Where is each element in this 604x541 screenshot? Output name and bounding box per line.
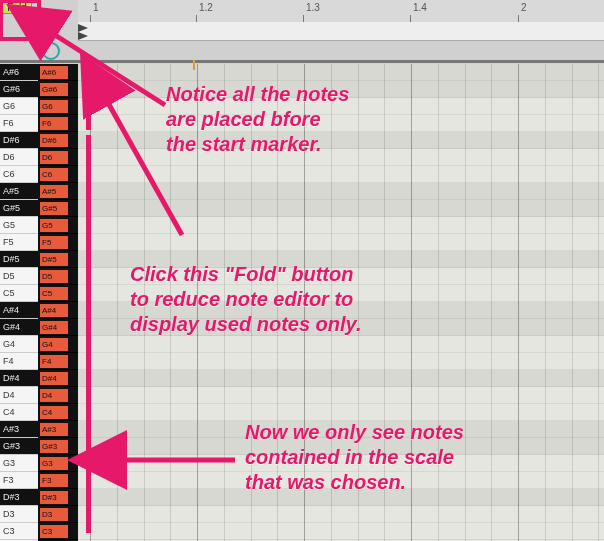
piano-key[interactable]: F4 xyxy=(0,353,38,370)
grid-row[interactable] xyxy=(78,81,604,98)
note-clip[interactable]: G#3 xyxy=(38,438,78,455)
note-clip[interactable]: D#6 xyxy=(38,132,78,149)
locator-row[interactable] xyxy=(78,22,604,41)
grid-row[interactable] xyxy=(78,149,604,166)
grid-row[interactable] xyxy=(78,115,604,132)
grid-row[interactable] xyxy=(78,506,604,523)
piano-key[interactable]: D#3 xyxy=(0,489,38,506)
note-clip[interactable]: G#5 xyxy=(38,200,78,217)
start-marker-icon[interactable] xyxy=(78,24,88,32)
note-clip[interactable]: G5 xyxy=(38,217,78,234)
midi-grid[interactable] xyxy=(78,64,604,541)
note-clip[interactable]: D6 xyxy=(38,149,78,166)
piano-key[interactable]: D4 xyxy=(0,387,38,404)
piano-key[interactable]: G5 xyxy=(0,217,38,234)
note-clip[interactable]: D3 xyxy=(38,506,78,523)
note-clip[interactable]: F3 xyxy=(38,472,78,489)
grid-row[interactable] xyxy=(78,183,604,200)
grid-row[interactable] xyxy=(78,251,604,268)
note-clip-label: D#3 xyxy=(40,491,68,504)
grid-row[interactable] xyxy=(78,387,604,404)
end-marker-icon[interactable] xyxy=(78,32,88,40)
note-clip[interactable]: G6 xyxy=(38,98,78,115)
grid-row[interactable] xyxy=(78,302,604,319)
note-clip-label: A#6 xyxy=(40,66,68,79)
grid-row[interactable] xyxy=(78,319,604,336)
grid-row[interactable] xyxy=(78,132,604,149)
grid-row[interactable] xyxy=(78,404,604,421)
note-clip[interactable]: C4 xyxy=(38,404,78,421)
grid-row[interactable] xyxy=(78,455,604,472)
note-clip[interactable]: D#4 xyxy=(38,370,78,387)
grid-row[interactable] xyxy=(78,523,604,540)
piano-key[interactable]: G6 xyxy=(0,98,38,115)
piano-key-column[interactable]: A#6G#6G6F6D#6D6C6A#5G#5G5F5D#5D5C5A#4G#4… xyxy=(0,64,38,541)
piano-key[interactable]: G#4 xyxy=(0,319,38,336)
piano-key[interactable]: D#6 xyxy=(0,132,38,149)
note-clip[interactable]: C3 xyxy=(38,523,78,540)
piano-key[interactable]: D5 xyxy=(0,268,38,285)
grid-row[interactable] xyxy=(78,98,604,115)
piano-key[interactable]: G4 xyxy=(0,336,38,353)
grid-row[interactable] xyxy=(78,353,604,370)
grid-row[interactable] xyxy=(78,217,604,234)
grid-row[interactable] xyxy=(78,421,604,438)
piano-key[interactable]: D#4 xyxy=(0,370,38,387)
note-clip[interactable]: A#3 xyxy=(38,421,78,438)
note-clip-label: D#6 xyxy=(40,134,68,147)
grid-row[interactable] xyxy=(78,234,604,251)
piano-key[interactable]: C3 xyxy=(0,523,38,540)
piano-key[interactable]: D#5 xyxy=(0,251,38,268)
grid-row[interactable] xyxy=(78,285,604,302)
note-clip[interactable]: G4 xyxy=(38,336,78,353)
grid-line xyxy=(90,64,91,541)
note-clip-label: G5 xyxy=(40,219,68,232)
timeline-ruler[interactable]: 1 1.2 1.3 1.4 2 xyxy=(78,0,604,23)
note-clip[interactable]: A#5 xyxy=(38,183,78,200)
note-clip[interactable]: A#6 xyxy=(38,64,78,81)
note-clip[interactable]: G#6 xyxy=(38,81,78,98)
note-clip[interactable]: D5 xyxy=(38,268,78,285)
note-clip[interactable]: C6 xyxy=(38,166,78,183)
fold-button[interactable]: Fold xyxy=(2,0,32,14)
piano-key[interactable]: C6 xyxy=(0,166,38,183)
grid-row[interactable] xyxy=(78,336,604,353)
piano-key[interactable]: A#6 xyxy=(0,64,38,81)
piano-key[interactable]: F3 xyxy=(0,472,38,489)
note-clip[interactable]: C5 xyxy=(38,285,78,302)
grid-row[interactable] xyxy=(78,64,604,81)
piano-key[interactable]: G#5 xyxy=(0,200,38,217)
note-clip-label: A#3 xyxy=(40,423,68,436)
note-clip[interactable]: D4 xyxy=(38,387,78,404)
piano-key[interactable]: A#3 xyxy=(0,421,38,438)
note-clip-label: D5 xyxy=(40,270,68,283)
piano-key[interactable]: G#6 xyxy=(0,81,38,98)
note-clip[interactable]: A#4 xyxy=(38,302,78,319)
note-clip[interactable]: D#5 xyxy=(38,251,78,268)
piano-key[interactable]: A#4 xyxy=(0,302,38,319)
piano-key[interactable]: C4 xyxy=(0,404,38,421)
note-clip-label: C4 xyxy=(40,406,68,419)
note-clip[interactable]: D#3 xyxy=(38,489,78,506)
grid-row[interactable] xyxy=(78,200,604,217)
grid-row[interactable] xyxy=(78,472,604,489)
piano-key[interactable]: F5 xyxy=(0,234,38,251)
grid-row[interactable] xyxy=(78,268,604,285)
piano-key[interactable]: C5 xyxy=(0,285,38,302)
piano-key[interactable]: F6 xyxy=(0,115,38,132)
piano-key[interactable]: D6 xyxy=(0,149,38,166)
piano-key[interactable]: G#3 xyxy=(0,438,38,455)
piano-key[interactable]: A#5 xyxy=(0,183,38,200)
piano-key[interactable]: D3 xyxy=(0,506,38,523)
grid-row[interactable] xyxy=(78,438,604,455)
note-clip[interactable]: F4 xyxy=(38,353,78,370)
loop-icon[interactable] xyxy=(42,42,60,60)
grid-row[interactable] xyxy=(78,166,604,183)
piano-key[interactable]: G3 xyxy=(0,455,38,472)
note-clip[interactable]: G3 xyxy=(38,455,78,472)
note-clip[interactable]: F5 xyxy=(38,234,78,251)
grid-row[interactable] xyxy=(78,489,604,506)
note-clip[interactable]: F6 xyxy=(38,115,78,132)
note-clip[interactable]: G#4 xyxy=(38,319,78,336)
grid-row[interactable] xyxy=(78,370,604,387)
